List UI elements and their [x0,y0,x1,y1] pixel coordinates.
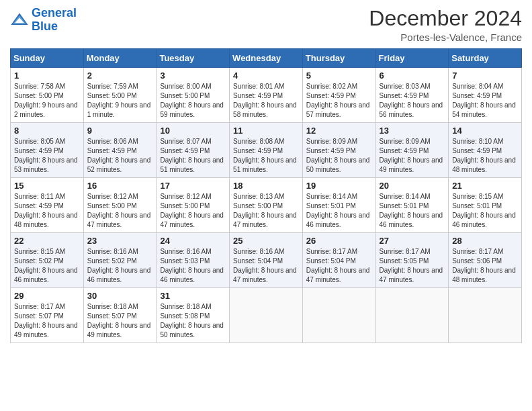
day-number: 7 [452,71,518,81]
calendar-cell: 13 Sunrise: 8:09 AM Sunset: 4:59 PM Dayl… [375,123,449,178]
calendar-cell: 16 Sunrise: 8:12 AM Sunset: 5:00 PM Dayl… [83,178,157,233]
day-info: Sunrise: 8:12 AM Sunset: 5:00 PM Dayligh… [87,192,153,230]
header-cell-monday: Monday [83,49,157,68]
day-number: 5 [306,71,372,81]
day-number: 10 [160,126,226,136]
day-info: Sunrise: 8:17 AM Sunset: 5:04 PM Dayligh… [306,247,372,285]
day-info: Sunrise: 8:16 AM Sunset: 5:03 PM Dayligh… [160,247,226,285]
week-row-2: 8 Sunrise: 8:05 AM Sunset: 4:59 PM Dayli… [11,123,522,178]
calendar-cell: 30 Sunrise: 8:18 AM Sunset: 5:07 PM Dayl… [83,288,157,343]
day-number: 28 [452,236,518,246]
day-info: Sunrise: 8:10 AM Sunset: 4:59 PM Dayligh… [452,137,518,175]
calendar-cell: 9 Sunrise: 8:06 AM Sunset: 4:59 PM Dayli… [83,123,157,178]
day-number: 20 [380,181,445,191]
calendar-cell: 28 Sunrise: 8:17 AM Sunset: 5:06 PM Dayl… [449,233,522,288]
day-number: 6 [380,71,445,81]
calendar-cell: 15 Sunrise: 8:11 AM Sunset: 4:59 PM Dayl… [11,178,84,233]
calendar-cell [449,288,522,343]
day-info: Sunrise: 8:12 AM Sunset: 5:00 PM Dayligh… [160,192,226,230]
day-number: 15 [14,181,80,191]
day-number: 8 [14,126,80,136]
day-info: Sunrise: 8:13 AM Sunset: 5:00 PM Dayligh… [233,192,299,230]
day-number: 13 [380,126,445,136]
day-info: Sunrise: 8:06 AM Sunset: 4:59 PM Dayligh… [87,137,153,175]
day-info: Sunrise: 8:05 AM Sunset: 4:59 PM Dayligh… [14,137,80,175]
day-info: Sunrise: 8:16 AM Sunset: 5:04 PM Dayligh… [233,247,299,285]
calendar-cell [230,288,303,343]
day-info: Sunrise: 8:09 AM Sunset: 4:59 PM Dayligh… [306,137,372,175]
calendar-cell: 12 Sunrise: 8:09 AM Sunset: 4:59 PM Dayl… [302,123,375,178]
header-cell-tuesday: Tuesday [157,49,230,68]
day-number: 14 [452,126,518,136]
day-info: Sunrise: 8:17 AM Sunset: 5:05 PM Dayligh… [380,247,445,285]
calendar-cell: 22 Sunrise: 8:15 AM Sunset: 5:02 PM Dayl… [11,233,84,288]
day-number: 27 [380,236,445,246]
day-info: Sunrise: 8:16 AM Sunset: 5:02 PM Dayligh… [87,247,153,285]
calendar-cell: 6 Sunrise: 8:03 AM Sunset: 4:59 PM Dayli… [375,68,449,123]
day-number: 29 [14,291,80,301]
calendar-cell: 27 Sunrise: 8:17 AM Sunset: 5:05 PM Dayl… [375,233,449,288]
day-number: 2 [87,71,153,81]
day-number: 18 [233,181,299,191]
day-info: Sunrise: 8:04 AM Sunset: 4:59 PM Dayligh… [452,82,518,120]
day-info: Sunrise: 7:59 AM Sunset: 5:00 PM Dayligh… [87,82,153,120]
day-number: 16 [87,181,153,191]
calendar-cell: 20 Sunrise: 8:14 AM Sunset: 5:01 PM Dayl… [375,178,449,233]
day-number: 12 [306,126,372,136]
calendar-cell: 8 Sunrise: 8:05 AM Sunset: 4:59 PM Dayli… [11,123,84,178]
day-number: 25 [233,236,299,246]
calendar-cell [302,288,375,343]
calendar-cell: 24 Sunrise: 8:16 AM Sunset: 5:03 PM Dayl… [157,233,230,288]
day-number: 31 [160,291,226,301]
day-number: 24 [160,236,226,246]
day-number: 26 [306,236,372,246]
day-info: Sunrise: 8:11 AM Sunset: 4:59 PM Dayligh… [14,192,80,230]
day-number: 11 [233,126,299,136]
calendar-cell: 1 Sunrise: 7:58 AM Sunset: 5:00 PM Dayli… [11,68,84,123]
day-number: 19 [306,181,372,191]
day-info: Sunrise: 8:03 AM Sunset: 4:59 PM Dayligh… [380,82,445,120]
calendar-cell: 18 Sunrise: 8:13 AM Sunset: 5:00 PM Dayl… [230,178,303,233]
day-number: 1 [14,71,80,81]
calendar-cell: 5 Sunrise: 8:02 AM Sunset: 4:59 PM Dayli… [302,68,375,123]
day-info: Sunrise: 8:14 AM Sunset: 5:01 PM Dayligh… [380,192,445,230]
calendar-cell [375,288,449,343]
week-row-5: 29 Sunrise: 8:17 AM Sunset: 5:07 PM Dayl… [11,288,522,343]
day-number: 23 [87,236,153,246]
calendar-cell: 10 Sunrise: 8:07 AM Sunset: 4:59 PM Dayl… [157,123,230,178]
day-info: Sunrise: 8:08 AM Sunset: 4:59 PM Dayligh… [233,137,299,175]
calendar-cell: 31 Sunrise: 8:18 AM Sunset: 5:08 PM Dayl… [157,288,230,343]
month-title: December 2024 [369,7,522,30]
logo-icon [10,11,29,30]
calendar-cell: 3 Sunrise: 8:00 AM Sunset: 5:00 PM Dayli… [157,68,230,123]
day-info: Sunrise: 8:18 AM Sunset: 5:08 PM Dayligh… [160,302,226,340]
calendar-cell: 17 Sunrise: 8:12 AM Sunset: 5:00 PM Dayl… [157,178,230,233]
day-info: Sunrise: 8:17 AM Sunset: 5:07 PM Dayligh… [14,302,80,340]
day-number: 9 [87,126,153,136]
calendar-cell: 19 Sunrise: 8:14 AM Sunset: 5:01 PM Dayl… [302,178,375,233]
header-cell-sunday: Sunday [11,49,84,68]
calendar-cell: 11 Sunrise: 8:08 AM Sunset: 4:59 PM Dayl… [230,123,303,178]
day-number: 22 [14,236,80,246]
day-number: 30 [87,291,153,301]
header-row: SundayMondayTuesdayWednesdayThursdayFrid… [11,49,522,68]
day-info: Sunrise: 8:09 AM Sunset: 4:59 PM Dayligh… [380,137,445,175]
day-info: Sunrise: 8:01 AM Sunset: 4:59 PM Dayligh… [233,82,299,120]
header-cell-friday: Friday [375,49,449,68]
page: General Blue December 2024 Portes-les-Va… [0,0,532,411]
day-info: Sunrise: 8:14 AM Sunset: 5:01 PM Dayligh… [306,192,372,230]
calendar-cell: 7 Sunrise: 8:04 AM Sunset: 4:59 PM Dayli… [449,68,522,123]
logo-line2: Blue [32,19,58,33]
day-info: Sunrise: 8:15 AM Sunset: 5:01 PM Dayligh… [452,192,518,230]
day-info: Sunrise: 8:17 AM Sunset: 5:06 PM Dayligh… [452,247,518,285]
calendar-cell: 23 Sunrise: 8:16 AM Sunset: 5:02 PM Dayl… [83,233,157,288]
logo-line1: General [32,6,77,19]
header-cell-saturday: Saturday [449,49,522,68]
day-number: 3 [160,71,226,81]
day-number: 4 [233,71,299,81]
day-number: 17 [160,181,226,191]
day-info: Sunrise: 8:00 AM Sunset: 5:00 PM Dayligh… [160,82,226,120]
day-info: Sunrise: 8:15 AM Sunset: 5:02 PM Dayligh… [14,247,80,285]
header-cell-thursday: Thursday [302,49,375,68]
calendar-cell: 25 Sunrise: 8:16 AM Sunset: 5:04 PM Dayl… [230,233,303,288]
